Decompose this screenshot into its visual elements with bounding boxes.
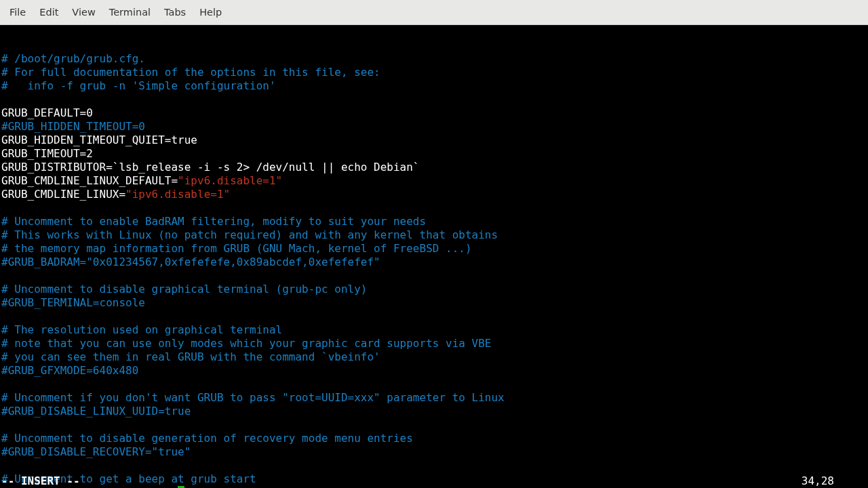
code-span: # This works with Linux (no patch requir… xyxy=(1,228,498,241)
code-span: # /boot/grub/grub.cfg. xyxy=(1,52,145,65)
code-span: # The resolution used on graphical termi… xyxy=(1,323,282,336)
terminal-line xyxy=(1,418,867,432)
terminal-line: # Uncomment to disable graphical termina… xyxy=(1,283,867,296)
code-span: # Uncomment to disable graphical termina… xyxy=(1,283,367,296)
code-span: # note that you can use only modes which… xyxy=(1,337,491,350)
terminal-line: #GRUB_GFXMODE=640x480 xyxy=(1,364,867,378)
code-span: # For full documentation of the options … xyxy=(1,66,380,79)
terminal-line: GRUB_DEFAULT=0 xyxy=(1,106,867,120)
code-span: # Uncomment to disable generation of rec… xyxy=(1,432,413,445)
terminal-line: GRUB_TIMEOUT=2 xyxy=(1,147,867,161)
code-span: GRUB_CMDLINE_LINUX= xyxy=(1,188,125,201)
menu-view[interactable]: View xyxy=(65,3,102,22)
code-span: #GRUB_DISABLE_LINUX_UUID=true xyxy=(1,405,191,418)
terminal-line xyxy=(1,201,867,215)
code-span: #GRUB_GFXMODE=640x480 xyxy=(1,364,138,377)
terminal-line: #GRUB_DISABLE_RECOVERY="true" xyxy=(1,445,867,459)
menu-help[interactable]: Help xyxy=(193,3,229,22)
terminal-line: # note that you can use only modes which… xyxy=(1,337,867,350)
code-span: # you can see them in real GRUB with the… xyxy=(1,350,380,363)
terminal-line xyxy=(1,378,867,391)
terminal-line: # /boot/grub/grub.cfg. xyxy=(1,52,867,66)
vim-mode-indicator: -- INSERT -- xyxy=(1,474,80,488)
code-span: # Uncomment to enable BadRAM filtering, … xyxy=(1,215,426,228)
terminal-line: # Uncomment to disable generation of rec… xyxy=(1,432,867,445)
code-span: #GRUB_HIDDEN_TIMEOUT=0 xyxy=(1,120,145,133)
terminal-line xyxy=(1,459,867,472)
code-span: GRUB_TIMEOUT=2 xyxy=(1,147,93,160)
terminal-line: #GRUB_TERMINAL=console xyxy=(1,296,867,310)
code-span: #GRUB_TERMINAL=console xyxy=(1,296,145,309)
code-span: GRUB_HIDDEN_TIMEOUT_QUIET=true xyxy=(1,134,197,146)
terminal-line: GRUB_HIDDEN_TIMEOUT_QUIET=true xyxy=(1,134,867,147)
terminal-line: #GRUB_HIDDEN_TIMEOUT=0 xyxy=(1,120,867,134)
terminal-line xyxy=(1,93,867,106)
terminal-line: # Uncomment to get a beep at grub start xyxy=(1,472,867,486)
terminal-line: GRUB_DISTRIBUTOR=`lsb_release -i -s 2> /… xyxy=(1,161,867,174)
vim-cursor-position: 34,28 xyxy=(802,474,834,488)
code-span: # Uncomment if you don't want GRUB to pa… xyxy=(1,391,505,404)
terminal-viewport[interactable]: # /boot/grub/grub.cfg.# For full documen… xyxy=(0,25,868,488)
terminal-line: GRUB_CMDLINE_LINUX="ipv6.disable=1" xyxy=(1,188,867,201)
terminal-line: #GRUB_DISABLE_LINUX_UUID=true xyxy=(1,405,867,418)
code-span: "ipv6.disable=1" xyxy=(125,188,230,201)
code-span: GRUB_CMDLINE_LINUX_DEFAULT= xyxy=(1,174,178,187)
code-span: #GRUB_DISABLE_RECOVERY="true" xyxy=(1,445,191,458)
terminal-line: GRUB_CMDLINE_LINUX_DEFAULT="ipv6.disable… xyxy=(1,174,867,188)
menubar: FileEditViewTerminalTabsHelp xyxy=(0,0,868,25)
terminal-line: # This works with Linux (no patch requir… xyxy=(1,228,867,242)
menu-terminal[interactable]: Terminal xyxy=(102,3,157,22)
terminal-line: # Uncomment if you don't want GRUB to pa… xyxy=(1,391,867,405)
terminal-line: # info -f grub -n 'Simple configuration' xyxy=(1,79,867,93)
code-span: # info -f grub -n 'Simple configuration' xyxy=(1,79,276,92)
code-span: "ipv6.disable=1" xyxy=(178,174,282,187)
terminal-line: #GRUB_BADRAM="0x01234567,0xfefefefe,0x89… xyxy=(1,256,867,269)
terminal-line: # Uncomment to enable BadRAM filtering, … xyxy=(1,215,867,228)
code-span: GRUB_DEFAULT=0 xyxy=(1,106,93,119)
menu-edit[interactable]: Edit xyxy=(33,3,65,22)
terminal-line: # the memory map information from GRUB (… xyxy=(1,242,867,256)
code-span: GRUB_DISTRIBUTOR=`lsb_release -i -s 2> /… xyxy=(1,161,420,174)
code-span: # the memory map information from GRUB (… xyxy=(1,242,472,255)
terminal-line: # you can see them in real GRUB with the… xyxy=(1,350,867,364)
terminal-line: # The resolution used on graphical termi… xyxy=(1,323,867,337)
menu-file[interactable]: File xyxy=(3,3,33,22)
menu-tabs[interactable]: Tabs xyxy=(157,3,193,22)
terminal-line xyxy=(1,310,867,323)
code-span: #GRUB_BADRAM="0x01234567,0xfefefefe,0x89… xyxy=(1,256,380,268)
terminal-line: # For full documentation of the options … xyxy=(1,66,867,79)
terminal-line xyxy=(1,269,867,283)
